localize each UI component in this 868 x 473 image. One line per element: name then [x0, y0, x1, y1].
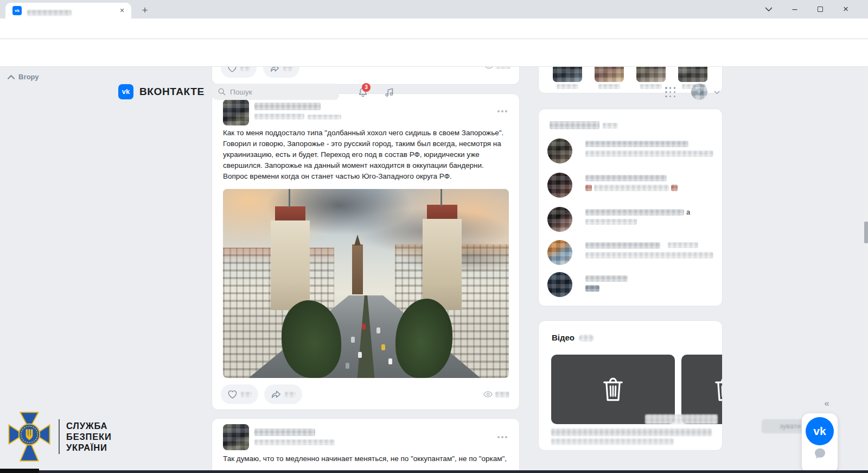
blurred-list-text [585, 141, 688, 147]
vk-logo[interactable]: vk [118, 84, 133, 99]
photo-clock-tower [352, 244, 363, 294]
sidebar-videos-widget: Відео [538, 320, 723, 451]
sidebar-list-widget: … а [538, 109, 723, 306]
list-avatar[interactable] [547, 272, 572, 297]
vk-favicon-icon: vk [12, 6, 22, 15]
blurred-like-count [241, 392, 252, 398]
post-author-avatar[interactable] [223, 99, 249, 125]
blurred-friend-name [557, 84, 578, 89]
window-menu-chevron-icon[interactable] [757, 0, 780, 18]
back-to-top-label: Вгору [18, 73, 39, 81]
chat-bubble-icon[interactable] [813, 447, 827, 460]
maximize-icon [818, 7, 823, 12]
browser-tab-bar: vk × + – × [0, 0, 868, 18]
blurred-emoji [671, 185, 678, 191]
like-button[interactable] [221, 384, 258, 404]
blurred-list-text [585, 252, 713, 258]
profile-avatar[interactable] [691, 84, 707, 100]
blurred-video-caption [551, 428, 712, 436]
watermark-line: СЛУЖБА [66, 420, 112, 431]
post-photo[interactable] [223, 189, 509, 378]
photo-tower-left [271, 220, 310, 310]
search-box[interactable] [213, 84, 339, 100]
messenger-panel: vk [802, 413, 838, 473]
blurred-emoji [585, 185, 592, 191]
deleted-video-thumb[interactable] [681, 355, 723, 424]
vk-header: vk ВКОНТАКТЕ 3 [0, 39, 868, 66]
post-text: Так думаю, что то медленно начинает меня… [223, 453, 516, 464]
blurred-share-count [285, 392, 296, 398]
taskbar-edge-left [0, 469, 39, 473]
share-arrow-icon [271, 389, 282, 399]
sbu-watermark: СЛУЖБА БЕЗПЕКИ УКРАЇНИ [8, 410, 112, 463]
sbu-emblem-icon [8, 410, 51, 463]
apps-grid-icon[interactable] [665, 87, 676, 98]
ellipsis-text: … [699, 148, 706, 156]
heart-icon [227, 389, 238, 399]
views-counter [483, 391, 509, 398]
eye-icon [483, 391, 493, 398]
window-close-button[interactable]: × [834, 0, 857, 18]
vk-messenger-button[interactable]: vk [806, 417, 834, 445]
trash-icon [712, 375, 723, 403]
scrollbar-thumb[interactable] [864, 222, 868, 243]
list-avatar[interactable] [547, 138, 572, 163]
blurred-post-time [254, 439, 335, 445]
window-maximize-button[interactable] [809, 0, 832, 18]
blurred-list-text [585, 242, 660, 249]
blurred-list-text [585, 209, 684, 216]
search-input[interactable] [230, 84, 333, 100]
new-tab-button[interactable]: + [138, 3, 152, 17]
trash-icon [601, 375, 626, 403]
notification-badge: 3 [362, 83, 371, 92]
blurred-list-text [585, 275, 628, 282]
post-menu-button[interactable] [497, 110, 507, 112]
list-avatar[interactable] [547, 173, 572, 198]
collapse-chevrons[interactable]: « [819, 398, 834, 409]
blurred-friend-name [640, 84, 662, 89]
blurred-friend-name [598, 84, 620, 89]
blurred-list-text [668, 242, 698, 248]
blurred-author-name [254, 428, 315, 436]
scrollbar-track[interactable] [864, 66, 868, 473]
profile-menu-chevron-icon[interactable] [710, 85, 724, 99]
blurred-video-caption [645, 414, 718, 424]
watermark-line: БЕЗПЕКИ [66, 431, 112, 442]
blurred-list-text [585, 285, 599, 292]
blurred-view-count [495, 392, 509, 398]
screen: vk × + – × vk.com/ [0, 0, 868, 473]
photo-tower-right [423, 219, 462, 310]
blurred-list-text [585, 150, 713, 157]
watermark-line: УКРАЇНИ [66, 442, 112, 453]
feed-post-next: Так думаю, что то медленно начинает меня… [212, 418, 520, 473]
blurred-videos-count [579, 335, 594, 342]
blurred-list-text [585, 219, 637, 225]
vk-brand-title[interactable]: ВКОНТАКТЕ [139, 86, 205, 98]
browser-toolbar: vk.com/ ☆ [0, 18, 868, 39]
blurred-post-meta [308, 115, 341, 119]
post-author-avatar[interactable] [223, 424, 249, 450]
blurred-author-name [254, 103, 321, 110]
deleted-video-thumb[interactable] [551, 355, 675, 424]
share-button[interactable] [264, 384, 302, 404]
list-avatar[interactable] [547, 207, 572, 232]
list-avatar[interactable] [547, 240, 572, 265]
search-icon [218, 87, 226, 96]
blurred-post-time [254, 113, 304, 119]
blurred-tab-title [27, 10, 72, 16]
post-text: Как то меня поддостало типа "долбанный х… [223, 128, 507, 182]
post-menu-button[interactable] [497, 436, 507, 438]
chevron-up-icon [8, 75, 15, 79]
taskbar-edge [39, 470, 868, 473]
blurred-list-text [594, 185, 669, 191]
back-to-top-link[interactable]: Вгору [8, 73, 39, 81]
window-minimize-button[interactable]: – [783, 0, 806, 18]
videos-title[interactable]: Відео [552, 333, 575, 342]
watermark-divider [59, 419, 60, 454]
music-icon[interactable] [382, 85, 397, 99]
tab-close-icon[interactable]: × [117, 5, 127, 15]
feed-post-main: Как то меня поддостало типа "долбанный х… [212, 93, 520, 410]
browser-tab[interactable]: vk × [5, 3, 131, 18]
blurred-widget-title [550, 121, 599, 129]
blurred-video-caption [551, 438, 674, 445]
